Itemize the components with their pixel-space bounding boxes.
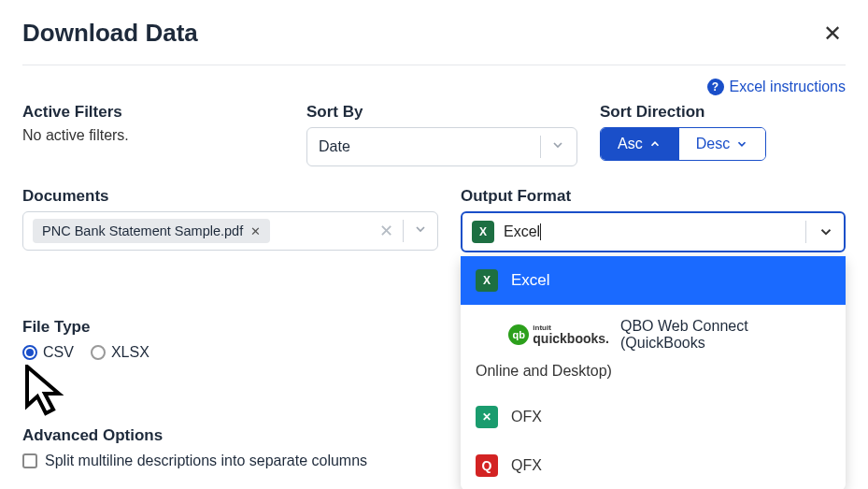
option-label: QFX <box>511 457 542 474</box>
sort-by-select[interactable]: Date <box>306 127 577 166</box>
dropdown-option-qbo[interactable]: qb intuit quickbooks. QBO Web Connect (Q… <box>461 305 846 393</box>
excel-icon: X <box>476 269 498 292</box>
clear-all-icon[interactable]: ✕ <box>379 221 393 241</box>
modal-header: Download Data ✕ <box>22 19 846 65</box>
sort-direction-group: Sort Direction Asc Desc <box>600 103 846 161</box>
sort-direction-label: Sort Direction <box>600 103 846 122</box>
ofx-icon: ✕ <box>476 406 498 428</box>
excel-instructions-link[interactable]: ? Excel instructions <box>707 79 847 95</box>
active-filters-label: Active Filters <box>22 103 284 122</box>
output-format-value: Excel <box>504 223 805 241</box>
radio-icon <box>22 345 37 360</box>
qfx-icon: Q <box>476 454 498 477</box>
output-format-group: Output Format X Excel X Excel <box>461 187 846 252</box>
dropdown-option-ofx[interactable]: ✕ OFX <box>461 393 846 441</box>
sort-by-value: Date <box>319 138 350 155</box>
quickbooks-icon: qb <box>508 324 529 345</box>
option-label: Excel <box>511 271 550 290</box>
help-icon: ? <box>707 79 724 95</box>
sort-asc-button[interactable]: Asc <box>601 128 678 160</box>
dropdown-option-excel[interactable]: X Excel <box>461 256 846 305</box>
documents-select[interactable]: PNC Bank Statement Sample.pdf ✕ ✕ <box>22 211 438 251</box>
select-divider <box>403 220 404 242</box>
sort-direction-toggle: Asc Desc <box>600 127 766 161</box>
radio-label: CSV <box>43 344 74 361</box>
chevron-down-icon <box>735 137 748 151</box>
radio-csv[interactable]: CSV <box>22 344 74 361</box>
chevron-down-icon[interactable] <box>805 221 834 243</box>
sort-by-group: Sort By Date <box>306 103 577 166</box>
documents-label: Documents <box>22 187 438 206</box>
sort-by-label: Sort By <box>306 103 577 122</box>
document-chip-label: PNC Bank Statement Sample.pdf <box>42 223 243 238</box>
chevron-up-icon <box>648 137 662 151</box>
output-format-label: Output Format <box>461 187 846 206</box>
documents-group: Documents PNC Bank Statement Sample.pdf … <box>22 187 438 252</box>
output-format-select[interactable]: X Excel X Excel qb <box>461 211 846 252</box>
chevron-down-icon[interactable] <box>413 222 428 240</box>
active-filters-value: No active filters. <box>22 127 284 144</box>
option-label: QBO Web Connect (QuickBooks <box>620 318 831 352</box>
chip-remove-icon[interactable]: ✕ <box>250 224 261 238</box>
radio-icon <box>91 345 106 360</box>
help-link-label: Excel instructions <box>730 79 847 95</box>
dropdown-option-qfx[interactable]: Q QFX <box>461 441 846 489</box>
radio-xlsx[interactable]: XLSX <box>91 344 149 361</box>
close-button[interactable]: ✕ <box>819 21 846 47</box>
split-multiline-checkbox[interactable] <box>22 453 37 468</box>
chevron-down-icon <box>550 137 565 156</box>
radio-label: XLSX <box>111 344 149 361</box>
split-multiline-label: Split multiline descriptions into separa… <box>45 453 367 469</box>
sort-desc-button[interactable]: Desc <box>678 128 765 160</box>
output-format-dropdown: X Excel qb intuit quickbooks. <box>461 256 846 489</box>
document-chip: PNC Bank Statement Sample.pdf ✕ <box>33 219 270 243</box>
active-filters-group: Active Filters No active filters. <box>22 103 284 144</box>
quickbooks-logo: qb intuit quickbooks. <box>508 324 609 345</box>
option-label: OFX <box>511 409 542 425</box>
excel-icon: X <box>472 221 494 243</box>
modal-title: Download Data <box>22 19 198 48</box>
select-divider <box>540 136 541 158</box>
option-label-continued: Online and Desktop) <box>476 363 831 380</box>
